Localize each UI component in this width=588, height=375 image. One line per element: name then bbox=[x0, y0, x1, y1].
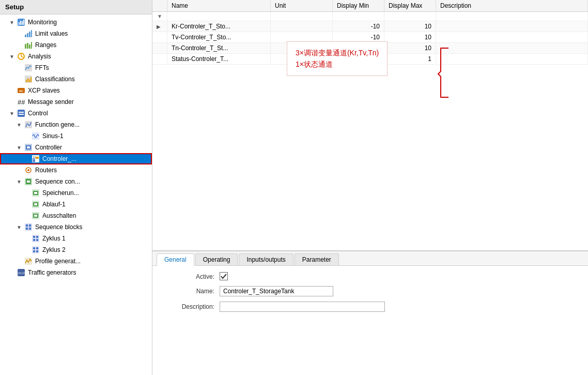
table-row[interactable]: ▶ Kr-Controler_T_Sto... -10 10 bbox=[152, 21, 588, 32]
sidebar-item-monitoring[interactable]: ▼ Monitoring bbox=[0, 17, 152, 28]
svg-rect-20 bbox=[29, 79, 30, 82]
zyklus1-icon bbox=[31, 234, 40, 243]
sequence-con-icon bbox=[24, 177, 33, 186]
sidebar-label-limit-values: Limit values bbox=[35, 30, 68, 37]
svg-rect-35 bbox=[36, 157, 39, 159]
svg-rect-3 bbox=[22, 21, 23, 25]
col-header-desc: Description bbox=[436, 0, 588, 12]
row2-selector bbox=[152, 32, 167, 43]
sidebar-label-ablauf1: Ablauf-1 bbox=[42, 201, 66, 208]
filter-unit-cell bbox=[271, 12, 333, 21]
sidebar-item-ffts[interactable]: FFTs bbox=[0, 62, 152, 73]
row3-selector bbox=[152, 43, 167, 54]
sidebar-label-controler: Controler_... bbox=[42, 155, 76, 162]
sidebar-item-routers[interactable]: Routers bbox=[0, 164, 152, 176]
sidebar-item-zyklus1[interactable]: Zyklus 1 bbox=[0, 233, 152, 244]
sidebar-label-profile-gen: Profile generat... bbox=[35, 258, 81, 265]
sidebar-label-ffts: FFTs bbox=[35, 64, 49, 71]
sidebar-item-ausschalten[interactable]: Ausschalten bbox=[0, 210, 152, 221]
form-row-active: Active: bbox=[163, 272, 578, 281]
ffts-icon bbox=[24, 63, 33, 72]
sidebar-item-controler[interactable]: 101010 Controler_... bbox=[0, 153, 152, 164]
svg-rect-10 bbox=[27, 43, 28, 49]
main-container: Setup ▼ Monitoring Limit values bbox=[0, 0, 588, 375]
expand-arrow-controller: ▼ bbox=[17, 145, 24, 151]
sidebar-label-traffic-gen: Traffic generators bbox=[28, 269, 76, 276]
bottom-panel: General Operating Inputs/outputs Paramet… bbox=[152, 251, 588, 375]
col-header-selector bbox=[152, 0, 167, 12]
note-line1: 3×调谐变量通道(Kr,Tv,Tn) bbox=[296, 47, 379, 58]
checkmark-icon bbox=[221, 273, 227, 279]
sidebar-item-speicherun[interactable]: Speicherun... bbox=[0, 187, 152, 199]
row3-name: Tn-Controler_T_St... bbox=[167, 43, 271, 54]
svg-rect-60 bbox=[33, 239, 35, 241]
sidebar-item-controller[interactable]: ▼ Controller bbox=[0, 142, 152, 153]
form-input-description[interactable] bbox=[220, 302, 385, 312]
sidebar-item-traffic-gen[interactable]: 10110 Traffic generators bbox=[0, 267, 152, 278]
expand-arrow-seqblocks: ▼ bbox=[17, 224, 24, 230]
row1-desc bbox=[436, 21, 588, 32]
tab-operating[interactable]: Operating bbox=[195, 253, 238, 265]
routers-icon bbox=[24, 166, 33, 175]
svg-rect-54 bbox=[29, 224, 31, 227]
col-header-name: Name bbox=[167, 0, 271, 12]
right-panel: Name Unit Display Min Display Max Descri… bbox=[152, 0, 588, 375]
sidebar-item-analysis[interactable]: ▼ Analysis bbox=[0, 51, 152, 62]
svg-rect-58 bbox=[33, 236, 35, 238]
sidebar-item-profile-gen[interactable]: Profile generat... bbox=[0, 256, 152, 267]
svg-rect-8 bbox=[31, 30, 32, 37]
sidebar-item-classifications[interactable]: Classifications bbox=[0, 73, 152, 85]
sidebar-item-limit-values[interactable]: Limit values bbox=[0, 28, 152, 39]
row4-max: 1 bbox=[384, 54, 436, 65]
row4-name: Status-Controler_T... bbox=[167, 54, 271, 65]
svg-rect-67 bbox=[25, 258, 32, 265]
sidebar-item-ablauf1[interactable]: Ablauf-1 bbox=[0, 199, 152, 210]
svg-rect-6 bbox=[27, 33, 28, 37]
sidebar-label-control: Control bbox=[28, 110, 48, 117]
svg-rect-26 bbox=[19, 112, 24, 113]
sidebar-item-zyklus2[interactable]: Zyklus 2 bbox=[0, 244, 152, 256]
svg-rect-56 bbox=[29, 228, 31, 230]
col-header-max: Display Max bbox=[384, 0, 436, 12]
sidebar-item-control[interactable]: ▼ Control bbox=[0, 108, 152, 119]
sidebar-label-monitoring: Monitoring bbox=[28, 19, 57, 26]
svg-rect-1 bbox=[19, 22, 20, 25]
form-row-description: Description: bbox=[163, 302, 578, 312]
sidebar-label-message-sender: Message sender bbox=[28, 98, 74, 106]
sidebar-item-xcp-slaves[interactable]: XC XCP slaves bbox=[0, 85, 152, 96]
sidebar-item-sinus1[interactable]: Sinus-1 bbox=[0, 130, 152, 142]
svg-rect-32 bbox=[27, 146, 30, 148]
tab-parameter[interactable]: Parameter bbox=[295, 253, 339, 265]
tab-inputs-outputs[interactable]: Inputs/outputs bbox=[239, 253, 293, 265]
svg-rect-27 bbox=[19, 114, 24, 115]
sidebar-label-routers: Routers bbox=[35, 167, 57, 174]
sidebar-item-sequence-blocks[interactable]: ▼ Sequence blocks bbox=[0, 221, 152, 233]
function-gene-icon bbox=[24, 120, 33, 129]
svg-rect-42 bbox=[27, 181, 30, 183]
svg-rect-63 bbox=[33, 247, 35, 249]
svg-text:10110: 10110 bbox=[18, 272, 25, 275]
sidebar-label-zyklus1: Zyklus 1 bbox=[42, 235, 66, 242]
controller-icon bbox=[24, 143, 33, 152]
form-input-name[interactable] bbox=[220, 286, 333, 296]
controler-item-icon: 101010 bbox=[31, 154, 40, 163]
svg-rect-4 bbox=[23, 20, 24, 25]
expand-arrow-func: ▼ bbox=[17, 122, 24, 128]
filter-min-cell bbox=[333, 12, 384, 21]
sidebar-item-sequence-con[interactable]: ▼ Sequence con... bbox=[0, 176, 152, 187]
row1-min: -10 bbox=[333, 21, 384, 32]
filter-max-cell bbox=[384, 12, 436, 21]
row1-selector: ▶ bbox=[152, 21, 167, 32]
svg-rect-51 bbox=[34, 215, 37, 217]
checkbox-active[interactable] bbox=[220, 272, 228, 280]
svg-text:##: ## bbox=[18, 98, 25, 106]
sidebar-item-ranges[interactable]: Ranges bbox=[0, 39, 152, 51]
svg-rect-2 bbox=[20, 21, 21, 25]
sidebar-item-function-gene[interactable]: ▼ Function gene... bbox=[0, 119, 152, 130]
table-area: Name Unit Display Min Display Max Descri… bbox=[152, 0, 588, 251]
tab-general[interactable]: General bbox=[157, 253, 194, 266]
svg-rect-45 bbox=[34, 192, 37, 194]
expand-arrow-analysis: ▼ bbox=[9, 54, 17, 59]
sidebar-item-message-sender[interactable]: ## Message sender bbox=[0, 96, 152, 108]
ausschalten-icon bbox=[31, 211, 40, 220]
